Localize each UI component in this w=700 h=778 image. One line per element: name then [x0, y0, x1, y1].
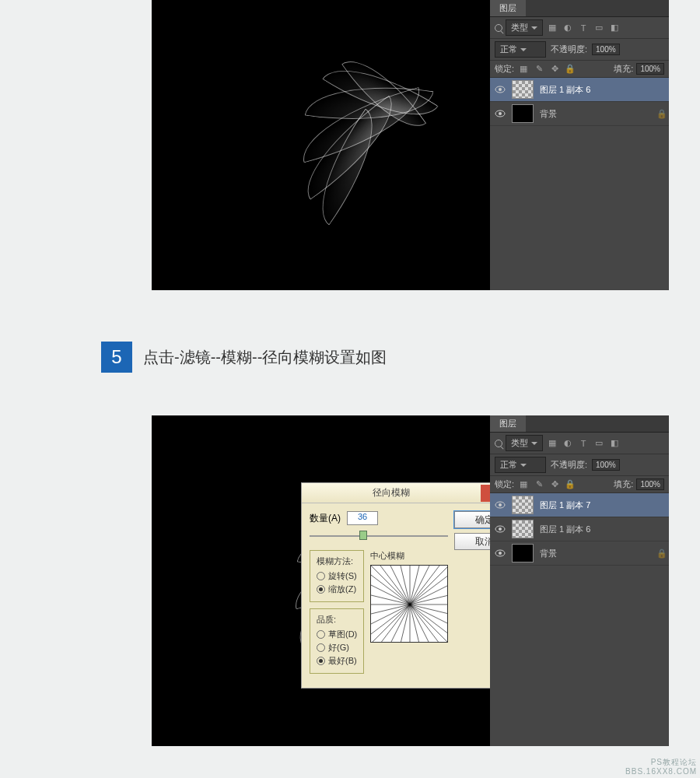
fill-label: 填充: — [614, 478, 633, 490]
center-blur-preview[interactable] — [370, 565, 448, 643]
lock-pos-icon[interactable]: ✥ — [548, 64, 561, 75]
layer-thumbnail — [512, 80, 534, 99]
lock-trans-icon[interactable]: ▦ — [517, 64, 530, 75]
step-number: 5 — [101, 342, 132, 373]
step-text: 点击-滤镜--模糊--径向模糊设置如图 — [143, 347, 387, 368]
layers-list-2: 图层 1 副本 7 图层 1 副本 6 背景 🔒 — [490, 493, 669, 566]
lock-paint-icon[interactable]: ✎ — [533, 64, 545, 75]
blend-mode-dropdown[interactable]: 正常 — [495, 41, 546, 58]
visibility-toggle[interactable] — [495, 548, 506, 559]
svg-line-9 — [410, 585, 448, 605]
adjust-filter-icon[interactable]: ◐ — [562, 438, 574, 449]
blend-mode-dropdown[interactable]: 正常 — [495, 457, 546, 473]
layer-item[interactable]: 图层 1 副本 6 — [490, 517, 669, 541]
svg-line-25 — [401, 605, 410, 643]
layers-list-1: 图层 1 副本 6 背景 🔒 — [490, 78, 669, 126]
blur-method-fieldset: 模糊方法: 旋转(S) 缩放(Z) — [310, 550, 364, 602]
fill-value[interactable]: 100% — [636, 478, 664, 490]
svg-line-34 — [410, 605, 448, 614]
lock-all-icon[interactable]: 🔒 — [564, 479, 576, 490]
adjust-filter-icon[interactable]: ◐ — [562, 23, 574, 33]
layer-thumbnail — [512, 496, 534, 514]
svg-line-15 — [390, 605, 410, 643]
opacity-label: 不透明度: — [551, 459, 587, 471]
visibility-toggle[interactable] — [495, 524, 506, 534]
dialog-title: 径向模糊 — [302, 486, 481, 499]
layer-item[interactable]: 图层 1 副本 6 — [490, 78, 669, 102]
layer-thumbnail — [512, 544, 534, 562]
method-zoom-radio[interactable]: 缩放(Z) — [317, 584, 359, 595]
shape-filter-icon[interactable]: ▭ — [593, 438, 605, 449]
layer-thumbnail — [512, 104, 534, 123]
chevron-down-icon — [520, 48, 527, 51]
opacity-value[interactable]: 100% — [592, 44, 620, 55]
amount-input[interactable]: 36 — [347, 511, 378, 525]
svg-point-39 — [499, 527, 502, 531]
filter-type-dropdown[interactable]: 类型 — [506, 19, 543, 36]
svg-point-1 — [499, 88, 502, 91]
center-blur-label: 中心模糊 — [370, 550, 448, 562]
svg-point-41 — [499, 552, 502, 555]
opacity-value[interactable]: 100% — [592, 459, 620, 471]
layer-item[interactable]: 背景 🔒 — [490, 541, 669, 566]
chevron-down-icon — [520, 464, 527, 467]
svg-line-16 — [371, 605, 410, 643]
svg-line-13 — [410, 605, 429, 643]
step-instruction: 5 点击-滤镜--模糊--径向模糊设置如图 — [101, 342, 387, 373]
pixel-filter-icon[interactable]: ▦ — [546, 23, 558, 33]
lock-all-icon[interactable]: 🔒 — [564, 64, 576, 75]
svg-line-33 — [410, 595, 448, 605]
layer-item[interactable]: 背景 🔒 — [490, 102, 669, 126]
svg-line-8 — [410, 566, 448, 605]
slider-thumb[interactable] — [359, 531, 367, 540]
svg-line-17 — [371, 605, 410, 624]
quality-good-radio[interactable]: 好(G) — [317, 642, 359, 654]
screenshot-1: 图层 类型 ▦ ◐ T ▭ ◧ 正常 不透明度: 100% 锁定: ▦ ✎ ✥ … — [152, 0, 669, 290]
text-filter-icon[interactable]: T — [577, 438, 590, 449]
text-filter-icon[interactable]: T — [577, 23, 590, 33]
pixel-filter-icon[interactable]: ▦ — [546, 438, 558, 449]
search-icon — [495, 440, 502, 447]
opacity-label: 不透明度: — [551, 44, 587, 55]
svg-point-3 — [499, 112, 502, 115]
lock-pos-icon[interactable]: ✥ — [548, 479, 561, 490]
filter-type-dropdown[interactable]: 类型 — [506, 435, 543, 451]
screenshot-2: 径向模糊 ✕ 数量(A) 36 模糊方法: 旋转(S) — [152, 415, 669, 746]
lock-trans-icon[interactable]: ▦ — [517, 479, 530, 490]
layers-panel-1: 图层 类型 ▦ ◐ T ▭ ◧ 正常 不透明度: 100% 锁定: ▦ ✎ ✥ … — [490, 0, 669, 290]
svg-line-5 — [390, 566, 410, 605]
layer-item[interactable]: 图层 1 副本 7 — [490, 493, 669, 517]
amount-slider[interactable] — [310, 530, 448, 542]
shape-filter-icon[interactable]: ▭ — [593, 23, 605, 33]
lock-icon: 🔒 — [656, 109, 664, 119]
smart-filter-icon[interactable]: ◧ — [608, 438, 621, 449]
svg-line-12 — [410, 605, 448, 643]
fill-label: 填充: — [614, 63, 633, 75]
chevron-down-icon — [531, 442, 537, 445]
layers-tab[interactable]: 图层 — [490, 415, 526, 432]
canvas-1 — [152, 0, 490, 290]
chevron-down-icon — [531, 26, 537, 30]
svg-line-4 — [371, 566, 410, 605]
amount-label: 数量(A) — [310, 512, 341, 525]
quality-fieldset: 品质: 草图(D) 好(G) 最好(B) — [310, 608, 364, 674]
visibility-toggle[interactable] — [495, 499, 506, 510]
svg-line-19 — [371, 585, 410, 605]
layers-tab[interactable]: 图层 — [490, 0, 526, 16]
dialog-titlebar[interactable]: 径向模糊 ✕ — [302, 483, 510, 503]
lock-label: 锁定: — [495, 478, 514, 490]
svg-line-11 — [410, 605, 448, 624]
lock-paint-icon[interactable]: ✎ — [533, 479, 545, 490]
svg-line-26 — [410, 605, 419, 643]
method-spin-radio[interactable]: 旋转(S) — [317, 570, 359, 582]
lock-icon: 🔒 — [656, 548, 664, 559]
layers-panel-2: 图层 类型 ▦ ◐ T ▭ ◧ 正常 不透明度: 100% 锁定: ▦ ✎ ✥ … — [490, 415, 669, 746]
smart-filter-icon[interactable]: ◧ — [608, 23, 621, 33]
svg-point-37 — [499, 503, 502, 506]
search-icon — [495, 24, 502, 32]
visibility-toggle[interactable] — [495, 84, 506, 95]
quality-best-radio[interactable]: 最好(B) — [317, 655, 359, 667]
quality-draft-radio[interactable]: 草图(D) — [317, 629, 359, 640]
fill-value[interactable]: 100% — [636, 63, 664, 75]
visibility-toggle[interactable] — [495, 108, 506, 119]
